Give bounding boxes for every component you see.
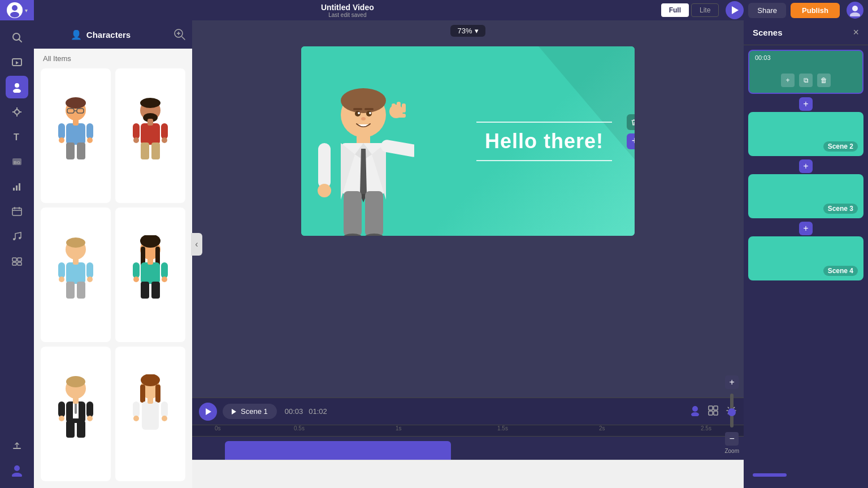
sidebar-item-characters[interactable] <box>6 76 28 98</box>
svg-rect-101 <box>147 397 153 404</box>
scene-1-delete-button[interactable]: 🗑 <box>817 74 831 87</box>
user-profile-icon[interactable] <box>6 459 28 481</box>
canvas-area: Hello there! + <box>192 41 744 398</box>
svg-rect-132 <box>344 191 362 236</box>
character-card-4[interactable] <box>115 208 185 342</box>
scene-selector-button[interactable]: Scene 1 <box>223 404 277 419</box>
sidebar-item-media[interactable] <box>6 51 28 74</box>
scene-1-actions: + ⧉ 🗑 <box>749 74 862 87</box>
zoom-slider-track[interactable] <box>730 394 734 427</box>
zoom-out-button[interactable]: − <box>725 432 739 446</box>
scene-1-add-button[interactable]: + <box>781 74 795 87</box>
scenes-title: Scenes <box>753 28 783 37</box>
svg-point-94 <box>59 416 64 421</box>
sidebar-item-props[interactable] <box>6 101 28 123</box>
character-figure-6 <box>125 374 176 454</box>
canvas-add-element-button[interactable]: + <box>627 133 635 149</box>
publish-button[interactable]: Publish <box>791 3 840 18</box>
characters-tab[interactable]: 👤 Characters <box>34 25 167 45</box>
add-scene-after-1-button[interactable]: + <box>799 97 813 111</box>
timeline-controls: Scene 1 00:03 01:02 <box>192 398 744 425</box>
scene-grid-icon[interactable] <box>708 405 719 418</box>
svg-rect-130 <box>402 103 406 113</box>
svg-point-137 <box>691 412 699 416</box>
sidebar-item-background[interactable]: BG <box>6 150 28 173</box>
logo-dropdown-icon[interactable]: ▾ <box>25 7 28 14</box>
timeline-ruler: 0s 0.5s 1s 1.5s 2s 2.5s <box>192 425 744 437</box>
full-view-button[interactable]: Full <box>661 3 689 17</box>
svg-rect-68 <box>58 262 65 278</box>
svg-point-1 <box>12 5 18 11</box>
all-items-label: All Items <box>34 49 192 68</box>
characters-header: 👤 Characters <box>34 20 192 49</box>
user-avatar[interactable] <box>847 2 863 19</box>
tick-2-5s: 2.5s <box>701 425 711 431</box>
scene-card-2[interactable]: Scene 2 <box>748 112 863 156</box>
scene-card-3[interactable]: Scene 3 <box>748 174 863 218</box>
character-card-3[interactable] <box>41 208 111 342</box>
zoom-in-button[interactable]: + <box>725 375 739 389</box>
add-scene-after-3-button[interactable]: + <box>799 222 813 235</box>
lite-view-button[interactable]: Lite <box>691 3 719 17</box>
svg-text:T: T <box>14 132 19 142</box>
sidebar-item-charts[interactable] <box>6 175 28 198</box>
svg-point-83 <box>162 277 167 282</box>
scene-1-copy-button[interactable]: ⧉ <box>799 74 813 87</box>
share-button[interactable]: Share <box>748 3 786 18</box>
logo-icon <box>7 2 23 18</box>
sidebar-item-search[interactable] <box>6 26 28 49</box>
canvas-delete-element-button[interactable] <box>627 114 635 130</box>
svg-rect-57 <box>151 142 160 159</box>
scenes-close-button[interactable]: × <box>853 27 859 38</box>
svg-rect-30 <box>18 262 21 265</box>
tick-1s: 1s <box>396 425 402 431</box>
timecode-display: 00:03 <box>285 407 303 416</box>
svg-point-126 <box>318 184 331 197</box>
svg-point-3 <box>852 6 858 11</box>
tick-1-5s: 1.5s <box>497 425 508 431</box>
scenes-scrollbar[interactable] <box>753 473 787 477</box>
svg-point-114 <box>369 112 371 114</box>
svg-point-2 <box>10 12 19 18</box>
svg-text:BG: BG <box>14 160 20 165</box>
svg-rect-129 <box>397 102 401 113</box>
sidebar-item-upload[interactable] <box>6 434 28 456</box>
hello-text-box[interactable]: Hello there! <box>476 122 612 161</box>
sidebar-item-music[interactable] <box>6 225 28 248</box>
scene-card-4[interactable]: Scene 4 <box>748 236 863 280</box>
svg-point-26 <box>19 237 21 239</box>
svg-point-52 <box>140 98 160 108</box>
svg-rect-44 <box>73 119 79 126</box>
character-icon: 👤 <box>71 29 82 40</box>
zoom-slider-thumb[interactable] <box>728 408 736 416</box>
logo-area[interactable]: ▾ <box>0 0 34 20</box>
svg-line-37 <box>182 37 185 40</box>
canvas-character[interactable] <box>313 75 420 236</box>
scene-card-1[interactable]: 00:03 + ⧉ 🗑 <box>748 50 863 94</box>
svg-rect-110 <box>364 108 374 110</box>
total-time-display: 01:02 <box>309 407 327 416</box>
sidebar-item-calendar[interactable] <box>6 200 28 223</box>
topbar: ▾ Untitled Video Last edit saved Full Li… <box>0 0 868 20</box>
sidebar-item-more[interactable] <box>6 250 28 273</box>
svg-rect-109 <box>353 108 362 110</box>
svg-rect-100 <box>142 401 159 430</box>
character-timeline-icon[interactable] <box>689 405 701 418</box>
scene-3-label: Scene 3 <box>823 204 858 214</box>
character-card-5[interactable] <box>41 347 111 481</box>
zoom-selector[interactable]: 73% ▾ <box>450 25 485 37</box>
last-saved: Last edit saved <box>328 12 366 18</box>
svg-rect-140 <box>709 411 713 415</box>
timeline-play-button[interactable] <box>199 403 217 421</box>
character-card-1[interactable] <box>41 68 111 203</box>
sidebar-item-text[interactable]: T <box>6 126 28 148</box>
panel-collapse-button[interactable]: ‹ <box>191 233 202 256</box>
character-card-6[interactable] <box>115 347 185 481</box>
character-card-2[interactable] <box>115 68 185 203</box>
characters-add-button[interactable] <box>167 22 192 47</box>
canvas-slide[interactable]: Hello there! + <box>301 46 635 236</box>
add-scene-after-2-button[interactable]: + <box>799 159 813 173</box>
preview-play-button[interactable] <box>726 1 744 19</box>
character-figure-5 <box>50 374 101 454</box>
scene-name-label: Scene 1 <box>241 407 268 416</box>
